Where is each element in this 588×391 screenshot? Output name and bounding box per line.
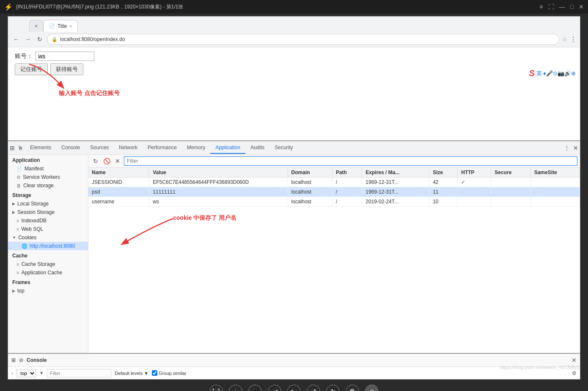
browser-chrome: × 📄 Title × ← → ↻ 🔒 localhost:8080/openI… [8,16,580,47]
cookie-filter-input[interactable] [124,156,577,166]
console-arrow-down[interactable]: ▼ [39,371,44,375]
cookie-row-psd[interactable]: psd 11111111 localhost / 1969-12-31T... … [88,187,580,197]
devtools: ⊞ 🖱 Elements Console Sources Network Per… [8,140,580,379]
clear-cookies-button[interactable]: 🚫 [102,156,111,166]
tab-bar: × 📄 Title × [8,16,580,32]
close-button[interactable]: ✕ [579,3,584,10]
tab-close-inactive[interactable]: × [35,23,38,29]
next-button[interactable]: ▶ [287,385,301,391]
zoom-reset-button[interactable]: 1:1 [209,385,223,391]
tab-application[interactable]: Application [210,142,245,154]
zoom-in-button[interactable]: ＋ [229,385,242,391]
refresh-cookies-button[interactable]: ↻ [91,156,100,166]
reload-button[interactable]: ↻ [35,35,44,44]
sidebar-group-top[interactable]: ▶ top [8,287,88,295]
sidebar-group-local-storage[interactable]: ▶ Local Storage [8,200,88,208]
devtools-icon-2[interactable]: 🖱 [17,145,23,151]
devtools-more-icon[interactable]: ⋮ [564,145,570,151]
tab-memory[interactable]: Memory [182,142,210,154]
page-content: 账号： 记住账号 获得账号 输入账号 点击记住账号 S 英·♦🎤⊙📷🔊⊕ [8,47,580,140]
triangle-local-storage: ▶ [12,202,15,206]
service-workers-icon: ⚙ [16,175,21,180]
url-box[interactable]: 🔒 localhost:8080/openIndex.do [47,34,559,45]
delete-cookie-button[interactable]: ✕ [113,156,122,166]
rotate-right-button[interactable]: ↻ [326,385,340,391]
cookie-table: Name Value Domain Path Expires / Ma... S… [88,168,580,207]
sidebar-group-session-storage-label: Session Storage [17,209,55,215]
address-bar: ← → ↻ 🔒 localhost:8080/openIndex.do ☆ ⋮ [8,32,580,47]
window-title: {IN1L6%FDLI0T7@[J%U5N}7.png (121.23KB，19… [16,3,536,11]
sidebar-item-service-workers-label: Service Workers [23,174,60,180]
zoom-out-button[interactable]: － [248,385,262,391]
viewer-bar: 1:1 ＋ － ◀ ▶ ↺ ↻ 🗑 ⊙ https://blog.csdn.ne… [0,382,588,391]
tab-console[interactable]: Console [56,142,85,154]
console-default-levels[interactable]: Default levels ▼ [115,371,148,376]
fit-button[interactable]: ⊙ [365,385,379,391]
devtools-icons[interactable]: ⊞ 🖱 [10,145,23,151]
sidebar-item-cache-storage[interactable]: ≡ Cache Storage [8,260,88,268]
rotate-left-button[interactable]: ↺ [307,385,320,391]
console-expand-icon[interactable]: ⊞ [11,357,16,363]
sogou-toolbar: S 英·♦🎤⊙📷🔊⊕ [529,68,576,78]
sidebar-item-indexeddb[interactable]: ≡ IndexedDB [8,216,88,225]
sidebar-section-cache: Cache [8,250,88,260]
tab-performance[interactable]: Performance [143,142,182,154]
tab-elements[interactable]: Elements [25,142,56,154]
console-close-button[interactable]: ✕ [572,357,577,364]
annotation-text-2: cookie 中保存了 用户名 [173,214,236,222]
cache-storage-icon: ≡ [16,262,19,267]
maximize-button[interactable]: □ [570,3,574,10]
annotation-arrow-2 [88,210,215,261]
window-icon-2[interactable]: ≡ [539,3,543,10]
cookie-row-jsessionid[interactable]: JSESSIONID EF5C6C7E4485564644FFF436893D0… [88,178,580,187]
prev-button[interactable]: ◀ [268,385,281,391]
cell-domain-username: localhost [288,197,332,207]
tab-security[interactable]: Security [269,142,298,154]
triangle-cookies: ▼ [12,235,16,240]
cookie-table-header: Name Value Domain Path Expires / Ma... S… [88,168,580,178]
tab-sources[interactable]: Sources [85,142,114,154]
sidebar-item-service-workers[interactable]: ⚙ Service Workers [8,173,88,181]
sidebar-item-localhost[interactable]: 🌐 http://localhost:8080 [8,242,88,250]
sidebar-section-frames: Frames [8,277,88,287]
back-button[interactable]: ← [11,35,21,44]
footer-url: https://blog.csdn.net/weixin_43726822 [500,365,580,370]
devtools-close-icon[interactable]: ✕ [573,145,578,151]
tab-inactive[interactable]: × [29,20,43,32]
console-context-select[interactable]: top [16,369,36,377]
console-levels[interactable]: Default levels ▼ [115,371,148,376]
form-buttons: 记住账号 获得账号 [15,63,573,75]
col-http: HTTP [458,168,491,178]
cell-samesite-jsessionid [530,178,580,187]
sidebar-group-session-storage[interactable]: ▶ Session Storage [8,208,88,216]
delete-image-button[interactable]: 🗑 [346,385,359,391]
console-stop-icon[interactable]: ⊘ [19,357,23,363]
col-path: Path [332,168,362,178]
devtools-icon-1[interactable]: ⊞ [10,145,15,151]
console-prompt: › [11,370,13,376]
tab-audits[interactable]: Audits [245,142,269,154]
forward-button[interactable]: → [23,35,33,44]
sidebar-item-application-cache[interactable]: ≡ Application Cache [8,268,88,277]
console-settings-icon[interactable]: ⚙ [572,370,577,376]
tab-close-active[interactable]: × [69,24,72,29]
console-filter-input[interactable] [47,369,111,377]
window-controls[interactable]: ≡ ⛶ — □ ✕ [539,3,584,10]
sidebar-item-websql[interactable]: ≡ Web SQL [8,225,88,233]
sidebar-item-manifest[interactable]: 📄 Manifest [8,164,88,173]
sidebar-item-clear-storage[interactable]: 🗑 Clear storage [8,181,88,190]
cookie-row-username[interactable]: username ws localhost / 2019-02-24T... 1… [88,197,580,207]
sidebar-group-cookies[interactable]: ▼ Cookies [8,233,88,242]
browser-menu-icon[interactable]: ⋮ [570,36,577,44]
tab-active[interactable]: 📄 Title × [43,20,78,32]
sogou-logo: S [529,68,534,78]
bookmark-icon[interactable]: ☆ [562,36,567,43]
tab-network[interactable]: Network [114,142,143,154]
console-group-similar-checkbox[interactable] [152,370,157,376]
window-icon-3[interactable]: ⛶ [548,3,554,10]
minimize-button[interactable]: — [559,3,565,10]
account-input[interactable] [35,52,94,61]
console-tab-label: Console [27,357,47,363]
devtools-more-controls[interactable]: ⋮ ✕ [564,145,578,151]
triangle-top: ▶ [12,289,15,293]
